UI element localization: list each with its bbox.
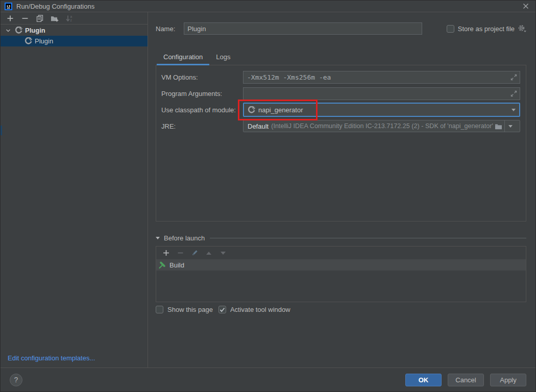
name-row: Name: Store as project file xyxy=(156,22,526,35)
hammer-icon xyxy=(158,261,166,269)
ok-button[interactable]: OK xyxy=(405,374,442,386)
scroll-edge-marker xyxy=(1,126,2,135)
module-classpath-label: Use classpath of module: xyxy=(161,106,243,114)
before-launch-title: Before launch xyxy=(164,234,205,242)
cancel-button[interactable]: Cancel xyxy=(448,374,484,386)
show-this-page-group[interactable]: Show this page xyxy=(156,306,213,313)
move-down-icon[interactable] xyxy=(219,249,227,257)
store-as-project-file-checkbox[interactable] xyxy=(447,25,454,33)
chevron-down-icon xyxy=(508,125,513,128)
apply-button[interactable]: Apply xyxy=(490,374,526,386)
tree-item-label: Plugin xyxy=(25,27,45,34)
tree-item-plugin-selected[interactable]: Plugin xyxy=(1,36,148,46)
name-label: Name: xyxy=(156,25,175,33)
tree-item-plugin-group[interactable]: Plugin xyxy=(1,25,148,36)
name-input[interactable] xyxy=(184,22,422,35)
jre-combobox-wrap: Default (IntelliJ IDEA Community Edition… xyxy=(243,120,520,132)
jre-dropdown-button[interactable] xyxy=(504,120,516,132)
tree-item-label: Plugin xyxy=(35,37,53,45)
page-options-row: Show this page Activate tool window xyxy=(156,306,526,313)
remove-configuration-icon[interactable] xyxy=(21,14,29,22)
configurations-sidebar: az Plugin Plugin xyxy=(1,12,148,368)
module-combobox-wrap: napi_generator xyxy=(243,103,520,117)
program-arguments-row: Program Arguments: xyxy=(161,87,520,100)
dialog-body: az Plugin Plugin xyxy=(1,12,535,368)
sidebar-toolbar: az xyxy=(1,12,148,24)
store-as-project-file-group[interactable]: Store as project file xyxy=(447,24,526,33)
dialog-footer: ? OK Cancel Apply xyxy=(1,368,535,391)
remove-task-icon[interactable] xyxy=(176,249,184,257)
activate-tool-window-group[interactable]: Activate tool window xyxy=(218,306,290,313)
program-arguments-input[interactable] xyxy=(243,87,520,100)
copy-configuration-icon[interactable] xyxy=(36,14,44,22)
jre-row: JRE: Default (IntelliJ IDEA Community Ed… xyxy=(161,120,520,132)
expand-editor-icon[interactable] xyxy=(510,74,517,81)
svg-text:z: z xyxy=(70,18,71,22)
activate-tool-window-checkbox[interactable] xyxy=(218,306,226,313)
tab-logs[interactable]: Logs xyxy=(209,51,237,65)
add-configuration-icon[interactable] xyxy=(6,14,14,22)
add-task-icon[interactable] xyxy=(162,249,170,257)
expand-editor-icon[interactable] xyxy=(510,90,517,97)
module-combobox-value: napi_generator xyxy=(258,106,303,114)
activate-tool-window-label: Activate tool window xyxy=(230,306,290,313)
configuration-editor-panel: Name: Store as project file Configuratio… xyxy=(148,12,535,368)
chevron-down-icon xyxy=(511,109,516,111)
gear-icon[interactable] xyxy=(518,24,526,33)
module-classpath-row: Use classpath of module: napi_generator xyxy=(161,103,520,117)
configurations-tree: Plugin Plugin xyxy=(1,24,148,46)
before-launch-task-build[interactable]: Build xyxy=(156,259,526,271)
window-title: Run/Debug Configurations xyxy=(16,3,94,10)
vm-options-row: VM Options: xyxy=(161,71,520,84)
store-as-project-file-label: Store as project file xyxy=(458,25,515,33)
svg-text:a: a xyxy=(70,15,72,18)
edit-task-icon[interactable] xyxy=(190,249,199,257)
sort-configurations-icon[interactable]: az xyxy=(65,14,74,22)
program-arguments-field-wrap xyxy=(243,87,520,100)
task-label: Build xyxy=(169,261,184,269)
vm-options-field-wrap xyxy=(243,71,520,84)
chevron-down-icon[interactable] xyxy=(6,28,11,33)
plugin-icon xyxy=(25,37,32,45)
configuration-tabs: Configuration Logs xyxy=(156,51,526,65)
vm-options-input[interactable] xyxy=(243,71,520,84)
intellij-logo-icon: IJ xyxy=(5,3,12,10)
vm-options-label: VM Options: xyxy=(161,74,243,81)
module-combobox[interactable]: napi_generator xyxy=(243,103,520,117)
collapse-triangle-icon[interactable] xyxy=(156,237,160,239)
plugin-module-icon xyxy=(248,106,255,114)
configuration-tab-content: VM Options: Program Arguments: xyxy=(156,65,526,222)
before-launch-header[interactable]: Before launch xyxy=(156,234,526,242)
jre-label: JRE: xyxy=(161,122,243,130)
before-launch-box: Build xyxy=(156,246,526,302)
close-icon[interactable] xyxy=(520,2,531,11)
new-folder-icon[interactable] xyxy=(51,14,59,22)
help-button[interactable]: ? xyxy=(10,374,22,386)
jre-value-secondary: (IntelliJ IDEA Community Edition IC-213.… xyxy=(271,122,493,130)
edit-configuration-templates-link[interactable]: Edit configuration templates... xyxy=(8,354,95,362)
run-debug-configurations-dialog: IJ Run/Debug Configurations xyxy=(0,0,536,392)
before-launch-rule xyxy=(210,238,526,238)
tab-configuration[interactable]: Configuration xyxy=(157,51,209,65)
plugin-icon xyxy=(15,27,22,34)
program-arguments-label: Program Arguments: xyxy=(161,90,243,97)
show-this-page-checkbox[interactable] xyxy=(156,306,163,313)
before-launch-toolbar xyxy=(156,247,526,259)
show-this-page-label: Show this page xyxy=(167,306,213,313)
move-up-icon[interactable] xyxy=(205,249,213,257)
title-bar: IJ Run/Debug Configurations xyxy=(1,1,535,12)
jre-value-primary: Default xyxy=(248,122,269,130)
jdk-folder-icon xyxy=(495,123,502,130)
jre-combobox[interactable]: Default (IntelliJ IDEA Community Edition… xyxy=(243,120,520,132)
